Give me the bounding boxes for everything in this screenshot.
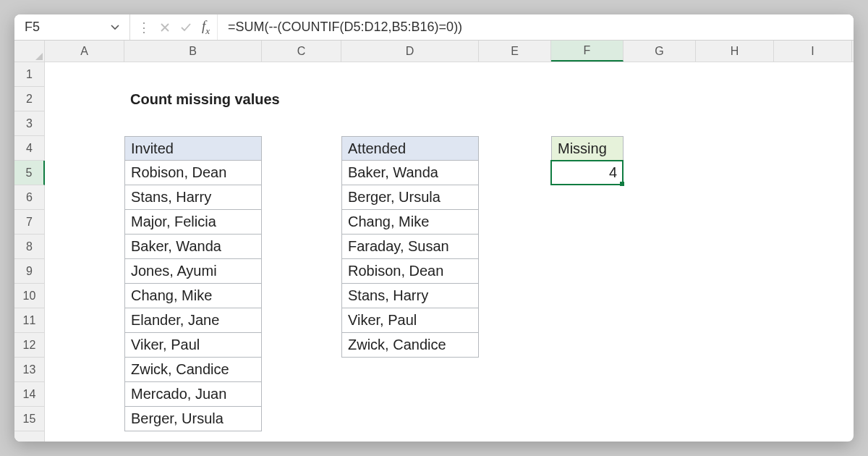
cell-A9[interactable] bbox=[45, 259, 124, 284]
cell-G14[interactable] bbox=[624, 382, 696, 407]
name-box[interactable]: F5 bbox=[14, 14, 130, 40]
column-header-A[interactable]: A bbox=[45, 41, 124, 62]
cell-F4[interactable]: Missing bbox=[551, 136, 624, 161]
cell-H4[interactable] bbox=[696, 136, 774, 161]
cell-E4[interactable] bbox=[479, 136, 551, 161]
cell-E5[interactable] bbox=[479, 161, 551, 185]
cell-F1[interactable] bbox=[551, 62, 624, 87]
cell-F15[interactable] bbox=[551, 407, 624, 431]
cell-A7[interactable] bbox=[45, 210, 124, 235]
cell-E11[interactable] bbox=[479, 308, 551, 333]
cell-F6[interactable] bbox=[551, 185, 624, 210]
cell-G15[interactable] bbox=[624, 407, 696, 431]
cell-B12[interactable]: Viker, Paul bbox=[124, 333, 262, 358]
cell-A10[interactable] bbox=[45, 284, 124, 308]
cell-B8[interactable]: Baker, Wanda bbox=[124, 235, 262, 259]
cell-G6[interactable] bbox=[624, 185, 696, 210]
cell-E15[interactable] bbox=[479, 407, 551, 431]
cell-I8[interactable] bbox=[774, 235, 852, 259]
cell-A2[interactable] bbox=[45, 87, 124, 111]
cell-F3[interactable] bbox=[551, 111, 624, 136]
cell-A8[interactable] bbox=[45, 235, 124, 259]
cell-H7[interactable] bbox=[696, 210, 774, 235]
column-header-E[interactable]: E bbox=[479, 41, 551, 62]
cell-A14[interactable] bbox=[45, 382, 124, 407]
sheet[interactable]: Count missing valuesInvitedAttendedMissi… bbox=[45, 62, 854, 442]
cell-G5[interactable] bbox=[624, 161, 696, 185]
cell-F10[interactable] bbox=[551, 284, 624, 308]
row-header-1[interactable]: 1 bbox=[14, 62, 44, 87]
cell-E2[interactable] bbox=[479, 87, 551, 111]
cell-I1[interactable] bbox=[774, 62, 852, 87]
cell-D7[interactable]: Chang, Mike bbox=[341, 210, 479, 235]
fx-icon[interactable]: fx bbox=[202, 18, 210, 37]
row-header-15[interactable]: 15 bbox=[14, 407, 44, 431]
cell-C3[interactable] bbox=[262, 111, 341, 136]
cell-D13[interactable] bbox=[341, 358, 479, 382]
row-header-12[interactable]: 12 bbox=[14, 333, 44, 358]
cell-E3[interactable] bbox=[479, 111, 551, 136]
cell-D11[interactable]: Viker, Paul bbox=[341, 308, 479, 333]
column-header-D[interactable]: D bbox=[341, 41, 479, 62]
cell-C8[interactable] bbox=[262, 235, 341, 259]
cell-D2[interactable] bbox=[341, 87, 479, 111]
formula-input[interactable]: =SUM(--(COUNTIF(D5:D12,B5:B16)=0)) bbox=[218, 14, 854, 40]
row-header-2[interactable]: 2 bbox=[14, 87, 44, 111]
cell-B1[interactable] bbox=[124, 62, 262, 87]
cell-F11[interactable] bbox=[551, 308, 624, 333]
cell-C1[interactable] bbox=[262, 62, 341, 87]
cell-B7[interactable]: Major, Felicia bbox=[124, 210, 262, 235]
cell-B4[interactable]: Invited bbox=[124, 136, 262, 161]
cell-I12[interactable] bbox=[774, 333, 852, 358]
cell-B11[interactable]: Elander, Jane bbox=[124, 308, 262, 333]
cell-D14[interactable] bbox=[341, 382, 479, 407]
cell-H11[interactable] bbox=[696, 308, 774, 333]
cell-A11[interactable] bbox=[45, 308, 124, 333]
cell-E14[interactable] bbox=[479, 382, 551, 407]
cell-E7[interactable] bbox=[479, 210, 551, 235]
cell-C4[interactable] bbox=[262, 136, 341, 161]
cell-D1[interactable] bbox=[341, 62, 479, 87]
cancel-icon[interactable] bbox=[160, 22, 170, 33]
cell-A13[interactable] bbox=[45, 358, 124, 382]
cell-F12[interactable] bbox=[551, 333, 624, 358]
cell-C14[interactable] bbox=[262, 382, 341, 407]
cell-E6[interactable] bbox=[479, 185, 551, 210]
cell-I13[interactable] bbox=[774, 358, 852, 382]
column-header-G[interactable]: G bbox=[624, 41, 696, 62]
row-header-7[interactable]: 7 bbox=[14, 210, 44, 235]
cell-F2[interactable] bbox=[551, 87, 624, 111]
cell-H5[interactable] bbox=[696, 161, 774, 185]
cell-D6[interactable]: Berger, Ursula bbox=[341, 185, 479, 210]
cell-D9[interactable]: Robison, Dean bbox=[341, 259, 479, 284]
cell-B2[interactable]: Count missing values bbox=[124, 87, 341, 111]
cell-I11[interactable] bbox=[774, 308, 852, 333]
row-header-4[interactable]: 4 bbox=[14, 136, 44, 161]
cell-E8[interactable] bbox=[479, 235, 551, 259]
cell-B9[interactable]: Jones, Ayumi bbox=[124, 259, 262, 284]
chevron-down-icon[interactable] bbox=[111, 23, 119, 32]
cell-G8[interactable] bbox=[624, 235, 696, 259]
cell-G3[interactable] bbox=[624, 111, 696, 136]
cell-E1[interactable] bbox=[479, 62, 551, 87]
cell-E13[interactable] bbox=[479, 358, 551, 382]
cell-I2[interactable] bbox=[774, 87, 852, 111]
row-header-6[interactable]: 6 bbox=[14, 185, 44, 210]
cell-G2[interactable] bbox=[624, 87, 696, 111]
cell-H1[interactable] bbox=[696, 62, 774, 87]
cell-C13[interactable] bbox=[262, 358, 341, 382]
column-header-I[interactable]: I bbox=[774, 41, 852, 62]
row-header-3[interactable]: 3 bbox=[14, 111, 44, 136]
cell-A1[interactable] bbox=[45, 62, 124, 87]
cell-F7[interactable] bbox=[551, 210, 624, 235]
cell-I10[interactable] bbox=[774, 284, 852, 308]
cell-E12[interactable] bbox=[479, 333, 551, 358]
cell-A12[interactable] bbox=[45, 333, 124, 358]
column-header-C[interactable]: C bbox=[262, 41, 341, 62]
cell-H14[interactable] bbox=[696, 382, 774, 407]
cell-G12[interactable] bbox=[624, 333, 696, 358]
cell-B15[interactable]: Berger, Ursula bbox=[124, 407, 262, 431]
cell-G13[interactable] bbox=[624, 358, 696, 382]
cell-D3[interactable] bbox=[341, 111, 479, 136]
cell-A5[interactable] bbox=[45, 161, 124, 185]
